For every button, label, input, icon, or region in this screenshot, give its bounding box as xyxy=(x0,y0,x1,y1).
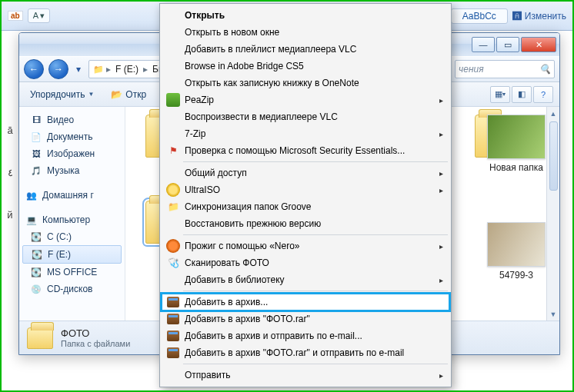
back-button[interactable]: ← xyxy=(24,59,44,79)
computer-icon: 💻 xyxy=(25,214,38,226)
paint-icon: 🅰 xyxy=(512,11,522,22)
highlight-icon: ab xyxy=(8,11,23,21)
image-icon: 🖼 xyxy=(30,148,42,160)
ctx-winrar-add-email[interactable]: Добавить в архив и отправить по e-mail..… xyxy=(162,327,449,344)
ctx-winrar-add-archive[interactable]: Добавить в архив... xyxy=(162,294,449,311)
status-title: ФОТО xyxy=(61,327,130,339)
ctx-send-to[interactable]: Отправить▸ xyxy=(162,367,449,384)
sidebar-item-drive-c[interactable]: 💽C (C:) xyxy=(19,228,125,245)
ctx-mse-scan[interactable]: ⚑Проверка с помощью Microsoft Security E… xyxy=(162,142,449,159)
submenu-icon: ▸ xyxy=(439,186,443,194)
ctx-groove-sync[interactable]: 📁Синхронизация папок Groove xyxy=(162,198,449,215)
status-subtitle: Папка с файлами xyxy=(61,339,130,348)
forward-button[interactable]: → xyxy=(48,59,68,79)
scroll-down-icon[interactable]: ▼ xyxy=(547,307,559,321)
open-button[interactable]: 📂Откр xyxy=(106,88,151,101)
ctx-7zip[interactable]: 7-Zip▸ xyxy=(162,125,449,142)
winrar-icon xyxy=(167,331,179,341)
image-thumbnail xyxy=(487,222,546,267)
separator xyxy=(183,234,448,235)
font-box: A ▾ xyxy=(28,8,51,23)
sidebar-item-drive-f[interactable]: 💽F (E:) xyxy=(22,245,122,264)
folder-icon xyxy=(27,327,53,349)
sidebar-item-music[interactable]: 🎵Музыка xyxy=(19,162,125,179)
scan-icon: 🩺 xyxy=(166,256,180,270)
winrar-icon xyxy=(167,297,179,307)
item-label: 54799-3 xyxy=(499,270,533,281)
sidebar: 🎞Видео 📄Документь 🖼Изображен 🎵Музыка 👥До… xyxy=(19,107,125,321)
ctx-adobe-bridge[interactable]: Browse in Adobe Bridge CS5 xyxy=(162,58,449,75)
submenu-icon: ▸ xyxy=(439,276,443,284)
music-icon: 🎵 xyxy=(30,164,42,177)
sidebar-item-msoffice[interactable]: 💽MS OFFICE xyxy=(19,264,125,281)
ctx-add-library[interactable]: Добавить в библиотеку▸ xyxy=(162,271,449,288)
ctx-share[interactable]: Общий доступ▸ xyxy=(162,164,449,181)
help-button[interactable]: ? xyxy=(533,86,553,103)
ultraiso-icon xyxy=(166,183,180,197)
nero-icon xyxy=(166,239,180,253)
drive-icon: 💽 xyxy=(30,266,42,278)
ctx-scan-foto[interactable]: 🩺Сканировать ФОТО xyxy=(162,254,449,271)
submenu-icon: ▸ xyxy=(439,371,443,380)
minimize-button[interactable]: — xyxy=(472,37,495,52)
homegroup-icon: 👥 xyxy=(25,189,38,201)
scroll-thumb[interactable] xyxy=(549,121,558,191)
maximize-button[interactable]: ▭ xyxy=(496,37,519,52)
cd-icon: 💿 xyxy=(30,283,42,295)
ctx-winrar-add-foto-email[interactable]: Добавить в архив "ФОТО.rar" и отправить … xyxy=(162,344,449,361)
folder-icon: 📁 xyxy=(92,63,105,75)
ctx-onenote[interactable]: Открыть как записную книжку в OneNote xyxy=(162,75,449,91)
peazip-icon xyxy=(166,93,180,107)
submenu-icon: ▸ xyxy=(439,242,443,251)
ctx-nero-burn[interactable]: Прожиг с помощью «Nero»▸ xyxy=(162,238,449,254)
nav-history-drop[interactable]: ▾ xyxy=(73,61,84,77)
sidebar-item-homegroup[interactable]: 👥Домашняя г xyxy=(19,187,125,204)
ctx-peazip[interactable]: PeaZip▸ xyxy=(162,91,449,108)
doc-icon: 📄 xyxy=(30,131,42,143)
ctx-open-new-window[interactable]: Открыть в новом окне xyxy=(162,24,449,41)
image-item[interactable]: 54799-3 xyxy=(478,222,555,281)
scrollbar-vertical[interactable]: ▲ ▼ xyxy=(546,107,559,321)
view-mode-button[interactable]: ▦▾ xyxy=(490,86,510,103)
winrar-icon xyxy=(167,314,179,324)
separator xyxy=(183,291,448,291)
close-button[interactable]: ✕ xyxy=(521,37,556,52)
sidebar-item-video[interactable]: 🎞Видео xyxy=(19,111,125,128)
drive-icon: 💽 xyxy=(31,248,43,261)
ctx-restore-previous[interactable]: Восстановить прежнюю версию xyxy=(162,215,449,232)
ctx-winrar-add-foto[interactable]: Добавить в архив "ФОТО.rar" xyxy=(162,311,449,327)
winrar-icon xyxy=(167,347,179,358)
ctx-open[interactable]: Открыть xyxy=(162,7,449,24)
context-menu: Открыть Открыть в новом окне Добавить в … xyxy=(159,3,452,387)
change-styles-button[interactable]: 🅰 Изменить xyxy=(512,11,566,22)
folder-open-icon: 📂 xyxy=(111,89,122,100)
preview-pane-button[interactable]: ◧ xyxy=(512,86,532,103)
sidebar-item-cd[interactable]: 💿CD-дисков xyxy=(19,281,125,297)
submenu-icon: ▸ xyxy=(439,169,443,178)
shield-icon: ⚑ xyxy=(166,144,180,158)
search-input[interactable]: чения 🔍 xyxy=(455,60,555,78)
video-icon: 🎞 xyxy=(30,114,42,126)
separator xyxy=(183,161,448,162)
submenu-icon: ▸ xyxy=(439,96,443,105)
organize-button[interactable]: Упорядочить▼ xyxy=(25,88,98,101)
image-item[interactable]: Новая папка xyxy=(478,115,555,173)
style-heading[interactable]: AaBbCc xyxy=(451,8,508,24)
separator xyxy=(183,364,448,364)
scroll-up-icon[interactable]: ▲ xyxy=(547,107,559,120)
bc-drive[interactable]: F (E:) xyxy=(112,64,142,75)
image-thumbnail xyxy=(487,115,546,159)
doc-left-margin: ă ٤ й xyxy=(2,32,18,390)
search-icon: 🔍 xyxy=(539,64,551,75)
ctx-ultraiso[interactable]: UltraISO▸ xyxy=(162,181,449,198)
item-label: Новая папка xyxy=(489,162,543,173)
sidebar-item-computer[interactable]: 💻Компьютер xyxy=(19,211,125,228)
submenu-icon: ▸ xyxy=(439,130,443,138)
sidebar-item-images[interactable]: 🖼Изображен xyxy=(19,145,125,162)
ctx-vlc-play[interactable]: Воспроизвести в медиаплеере VLC xyxy=(162,108,449,125)
groove-icon: 📁 xyxy=(166,200,180,214)
sidebar-item-documents[interactable]: 📄Документь xyxy=(19,128,125,145)
drive-icon: 💽 xyxy=(30,231,42,243)
ctx-vlc-playlist[interactable]: Добавить в плейлист медиаплеера VLC xyxy=(162,41,449,58)
